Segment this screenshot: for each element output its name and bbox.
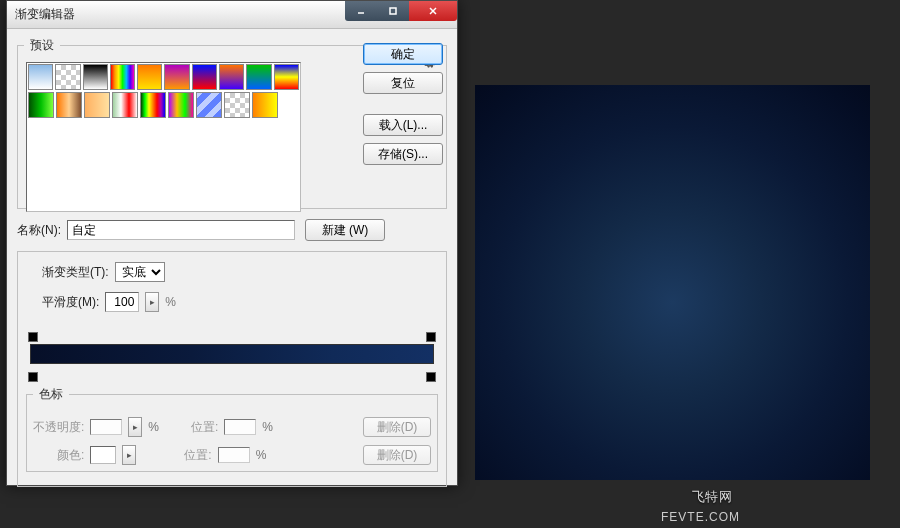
load-button[interactable]: 载入(L)... [363,114,443,136]
opacity-pos-pct: % [262,420,273,434]
stops-fieldset: 色标 不透明度: ▸ % 位置: % 删除(D) 颜色: ▸ [26,386,438,472]
color-pos-label: 位置: [184,447,211,464]
smooth-label: 平滑度(M): [42,294,99,311]
type-label: 渐变类型(T): [42,264,109,281]
watermark-en: FEVTE.COM [661,510,740,524]
gradient-editor-dialog: 渐变编辑器 预设 [6,0,458,486]
color-row: 颜色: ▸ 位置: % 删除(D) [33,445,431,465]
smooth-input[interactable] [105,292,139,312]
gradient-settings: 渐变类型(T): 实底 平滑度(M): ▸ % 色标 [17,251,447,487]
preset-swatch[interactable] [164,64,189,90]
presets-grid[interactable] [26,62,301,212]
opacity-stop-left[interactable] [28,332,38,342]
color-delete-button[interactable]: 删除(D) [363,445,431,465]
reset-button[interactable]: 复位 [363,72,443,94]
preset-swatch[interactable] [224,92,250,118]
opacity-stop-right[interactable] [426,332,436,342]
opacity-input[interactable] [90,419,122,435]
preset-swatch[interactable] [196,92,222,118]
preset-swatch[interactable] [28,64,53,90]
opacity-stepper[interactable]: ▸ [128,417,142,437]
preset-swatch[interactable] [112,92,138,118]
window-title: 渐变编辑器 [15,6,345,23]
type-select[interactable]: 实底 [115,262,165,282]
preset-swatch[interactable] [83,64,108,90]
smooth-pct: % [165,295,176,309]
gradient-bar[interactable] [30,344,434,364]
stops-legend: 色标 [33,386,69,403]
preset-swatch[interactable] [28,92,54,118]
gradient-bar-area [26,332,438,382]
name-input[interactable] [67,220,295,240]
preset-swatch[interactable] [252,92,278,118]
color-pos-pct: % [256,448,267,462]
name-label: 名称(N): [17,222,61,239]
watermark-cn: 飞特网 [692,488,733,506]
minimize-button[interactable] [345,1,377,21]
name-row: 名称(N): 新建 (W) [17,219,447,241]
preset-swatch[interactable] [84,92,110,118]
preset-swatch[interactable] [219,64,244,90]
opacity-pos-input[interactable] [224,419,256,435]
window-buttons [345,1,457,21]
titlebar[interactable]: 渐变编辑器 [7,1,457,29]
opacity-delete-button[interactable]: 删除(D) [363,417,431,437]
color-stop-right[interactable] [426,372,436,382]
preset-swatch[interactable] [140,92,166,118]
smooth-stepper[interactable]: ▸ [145,292,159,312]
opacity-label: 不透明度: [33,419,84,436]
preset-swatch[interactable] [137,64,162,90]
preset-swatch[interactable] [274,64,299,90]
preset-swatch[interactable] [55,64,80,90]
preset-swatch[interactable] [110,64,135,90]
color-label: 颜色: [57,447,84,464]
close-button[interactable] [409,1,457,21]
opacity-pct: % [148,420,159,434]
color-stepper[interactable]: ▸ [122,445,136,465]
opacity-pos-label: 位置: [191,419,218,436]
opacity-row: 不透明度: ▸ % 位置: % 删除(D) [33,417,431,437]
dialog-buttons: 确定 复位 载入(L)... 存储(S)... [363,43,443,165]
preset-swatch[interactable] [246,64,271,90]
new-button[interactable]: 新建 (W) [305,219,385,241]
color-pos-input[interactable] [218,447,250,463]
canvas-preview [475,85,870,480]
preset-swatch[interactable] [56,92,82,118]
presets-legend: 预设 [24,37,60,54]
color-well[interactable] [90,446,116,464]
color-stop-left[interactable] [28,372,38,382]
preset-swatch[interactable] [168,92,194,118]
preset-swatch[interactable] [192,64,217,90]
svg-rect-1 [390,8,396,14]
save-button[interactable]: 存储(S)... [363,143,443,165]
ok-button[interactable]: 确定 [363,43,443,65]
maximize-button[interactable] [377,1,409,21]
